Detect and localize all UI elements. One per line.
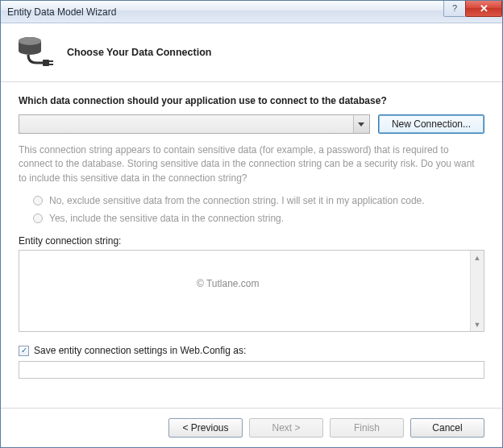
- save-settings-label: Save entity connection settings in Web.C…: [34, 345, 246, 356]
- connection-prompt: Which data connection should your applic…: [19, 95, 484, 106]
- scroll-down-icon: ▼: [471, 317, 484, 331]
- next-button: Next >: [249, 418, 323, 438]
- radio-icon: [33, 214, 43, 223]
- connection-row: New Connection...: [19, 114, 484, 134]
- wizard-header: Choose Your Data Connection: [1, 23, 502, 82]
- radio-icon: [33, 196, 43, 205]
- svg-point-1: [19, 37, 41, 45]
- wizard-step-title: Choose Your Data Connection: [67, 47, 211, 58]
- save-settings-row: ✓ Save entity connection settings in Web…: [19, 345, 484, 356]
- entity-connection-textarea[interactable]: © Tutlane.com ▲ ▼: [19, 250, 484, 332]
- titlebar[interactable]: Entity Data Model Wizard ? ✕: [1, 1, 502, 23]
- chevron-down-icon: [353, 115, 369, 133]
- watermark-text: © Tutlane.com: [197, 278, 260, 289]
- close-button[interactable]: ✕: [465, 1, 502, 17]
- connection-dropdown[interactable]: [19, 114, 370, 134]
- help-icon: ?: [452, 3, 457, 13]
- wizard-window: Entity Data Model Wizard ? ✕ Choose Your…: [0, 0, 503, 448]
- sensitive-data-info: This connection string appears to contai…: [19, 143, 484, 185]
- titlebar-buttons: ? ✕: [444, 1, 502, 17]
- database-plug-icon: [15, 35, 54, 70]
- finish-button: Finish: [330, 418, 404, 438]
- scrollbar[interactable]: ▲ ▼: [470, 251, 484, 331]
- cancel-button[interactable]: Cancel: [410, 418, 484, 438]
- radio-include-sensitive: Yes, include the sensitive data in the c…: [33, 213, 484, 224]
- radio-exclude-sensitive: No, exclude sensitive data from the conn…: [33, 195, 484, 206]
- close-icon: ✕: [480, 2, 488, 15]
- save-settings-checkbox[interactable]: ✓: [19, 346, 29, 356]
- window-title: Entity Data Model Wizard: [7, 6, 444, 18]
- entity-connection-label: Entity connection string:: [19, 235, 484, 247]
- radio-exclude-label: No, exclude sensitive data from the conn…: [49, 195, 425, 206]
- check-icon: ✓: [21, 346, 27, 355]
- help-button[interactable]: ?: [443, 1, 466, 17]
- svg-rect-2: [43, 60, 49, 66]
- save-settings-name-input[interactable]: [19, 361, 484, 379]
- previous-button[interactable]: < Previous: [168, 418, 243, 438]
- scroll-up-icon: ▲: [471, 251, 484, 264]
- radio-include-label: Yes, include the sensitive data in the c…: [49, 213, 284, 224]
- new-connection-button[interactable]: New Connection...: [378, 114, 484, 134]
- wizard-footer: < Previous Next > Finish Cancel: [1, 408, 502, 447]
- wizard-body: Which data connection should your applic…: [1, 82, 502, 408]
